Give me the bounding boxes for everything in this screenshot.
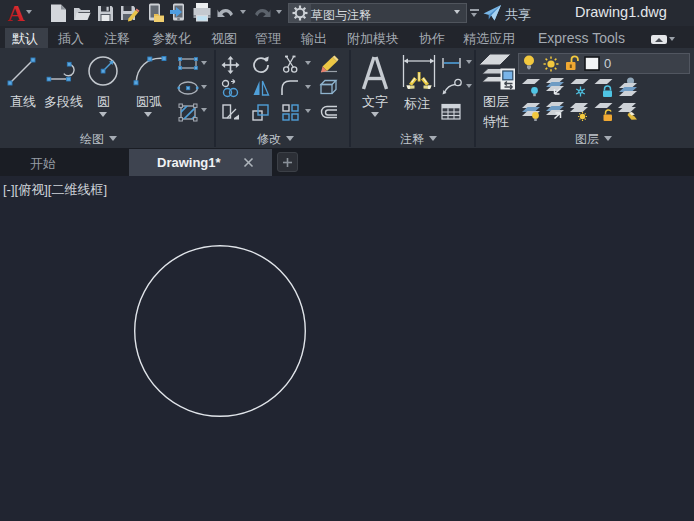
svg-text:A: A [7, 1, 25, 25]
